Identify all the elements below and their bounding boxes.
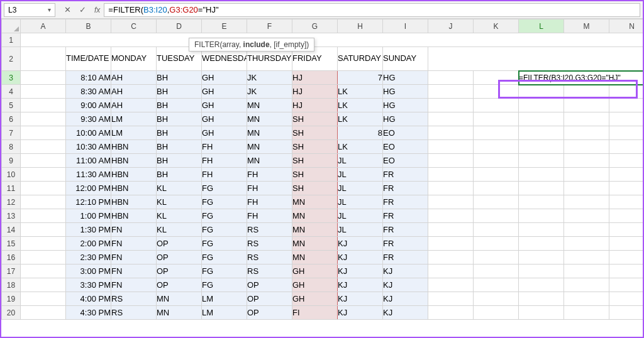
table-cell[interactable]: OP [157, 237, 202, 251]
table-cell[interactable]: JL [338, 195, 383, 209]
table-cell[interactable]: KL [157, 223, 202, 237]
table-cell[interactable]: KJ [383, 278, 428, 292]
cell-N13[interactable] [609, 209, 645, 223]
cell-M5[interactable] [564, 99, 609, 112]
table-cell[interactable]: AH [111, 99, 157, 112]
table-cell[interactable]: EO [383, 154, 428, 168]
cell-L17[interactable] [519, 264, 564, 278]
cell-J19[interactable] [428, 292, 474, 306]
cell-K11[interactable] [474, 182, 519, 195]
col-header-G[interactable]: G [292, 19, 338, 33]
cell-J12[interactable] [428, 195, 474, 209]
table-cell[interactable]: GH [202, 99, 247, 112]
table-cell[interactable]: AH [111, 71, 157, 85]
table-cell[interactable]: 11:00 AM [66, 154, 111, 168]
cancel-icon[interactable]: ✕ [60, 3, 74, 17]
table-cell[interactable]: MN [157, 292, 202, 306]
header-sat[interactable]: SATURDAY [338, 47, 383, 71]
cell-A9[interactable] [21, 154, 66, 168]
cell-A3[interactable] [21, 71, 66, 85]
table-cell[interactable]: FH [202, 154, 247, 168]
col-header-N[interactable]: N [609, 19, 645, 33]
col-header-C[interactable]: C [111, 19, 157, 33]
table-cell[interactable]: FG [202, 278, 247, 292]
cell-J18[interactable] [428, 278, 474, 292]
row-header-5[interactable]: 5 [2, 99, 21, 112]
table-cell[interactable]: LM [111, 126, 157, 140]
cell-A6[interactable] [21, 112, 66, 126]
table-cell[interactable]: GH [292, 292, 338, 306]
select-all-corner[interactable] [2, 19, 21, 33]
table-cell[interactable]: BH [157, 112, 202, 126]
cell-L8[interactable] [519, 140, 564, 154]
cell-M9[interactable] [564, 154, 609, 168]
cell-M7[interactable] [564, 126, 609, 140]
cell-K4[interactable] [474, 85, 519, 99]
row-header-17[interactable]: 17 [2, 264, 21, 278]
table-cell[interactable]: OP [247, 306, 292, 320]
cell-L13[interactable] [519, 209, 564, 223]
cell-K13[interactable] [474, 209, 519, 223]
table-cell[interactable]: KJ [338, 237, 383, 251]
table-cell[interactable]: FG [202, 182, 247, 195]
table-cell[interactable]: BH [157, 168, 202, 182]
table-cell[interactable]: 1:00 PM [66, 209, 111, 223]
cell-N6[interactable] [609, 112, 645, 126]
name-box[interactable]: L3 ▾ [4, 3, 55, 17]
cell-A11[interactable] [21, 182, 66, 195]
table-cell[interactable]: MN [247, 99, 292, 112]
table-cell[interactable]: JL [338, 223, 383, 237]
table-cell[interactable]: HBN [111, 168, 157, 182]
table-cell[interactable]: LM [202, 306, 247, 320]
table-cell[interactable]: FH [247, 209, 292, 223]
cell-M20[interactable] [564, 306, 609, 320]
cell-K18[interactable] [474, 278, 519, 292]
table-cell[interactable]: FG [202, 209, 247, 223]
cell-J8[interactable] [428, 140, 474, 154]
cell-M16[interactable] [564, 251, 609, 264]
table-cell[interactable]: GH [292, 264, 338, 278]
cell-J4[interactable] [428, 85, 474, 99]
row-header-6[interactable]: 6 [2, 112, 21, 126]
cell-K3[interactable] [474, 71, 519, 85]
cell-A4[interactable] [21, 85, 66, 99]
row-header-16[interactable]: 16 [2, 251, 21, 264]
table-cell[interactable]: EO [383, 140, 428, 154]
row-header-14[interactable]: 14 [2, 223, 21, 237]
col-header-D[interactable]: D [157, 19, 202, 33]
table-cell[interactable]: FN [111, 223, 157, 237]
cell-M4[interactable] [564, 85, 609, 99]
table-cell[interactable]: FN [111, 251, 157, 264]
cell-N18[interactable] [609, 278, 645, 292]
cell-K15[interactable] [474, 237, 519, 251]
cell-L7[interactable] [519, 126, 564, 140]
table-cell[interactable]: FG [202, 195, 247, 209]
header-time[interactable]: TIME/DATE [66, 47, 111, 71]
cell-A8[interactable] [21, 140, 66, 154]
cell-L6[interactable] [519, 112, 564, 126]
row-header-8[interactable]: 8 [2, 140, 21, 154]
row-header-1[interactable]: 1 [2, 33, 21, 47]
cell-L11[interactable] [519, 182, 564, 195]
cell-J20[interactable] [428, 306, 474, 320]
table-cell[interactable]: AH [111, 85, 157, 99]
cell-K9[interactable] [474, 154, 519, 168]
cell-M18[interactable] [564, 278, 609, 292]
cell-K7[interactable] [474, 126, 519, 140]
cell-J10[interactable] [428, 168, 474, 182]
cell-J17[interactable] [428, 264, 474, 278]
table-cell[interactable]: FH [247, 168, 292, 182]
table-cell[interactable]: SH [292, 168, 338, 182]
table-cell[interactable]: MN [247, 126, 292, 140]
table-cell[interactable]: FR [383, 223, 428, 237]
name-box-dropdown-icon[interactable]: ▾ [48, 6, 51, 13]
cell-L18[interactable] [519, 278, 564, 292]
spreadsheet-grid[interactable]: A B C D E F G H I J K L M N 1 2 TIME/DAT… [1, 19, 644, 320]
table-cell[interactable]: JK [247, 85, 292, 99]
table-cell[interactable]: FG [202, 237, 247, 251]
table-cell[interactable]: LM [202, 292, 247, 306]
cell-A14[interactable] [21, 223, 66, 237]
table-cell[interactable]: 4:30 PM [66, 306, 111, 320]
table-cell[interactable]: SH [292, 140, 338, 154]
table-cell[interactable]: 9:30 AM [66, 112, 111, 126]
